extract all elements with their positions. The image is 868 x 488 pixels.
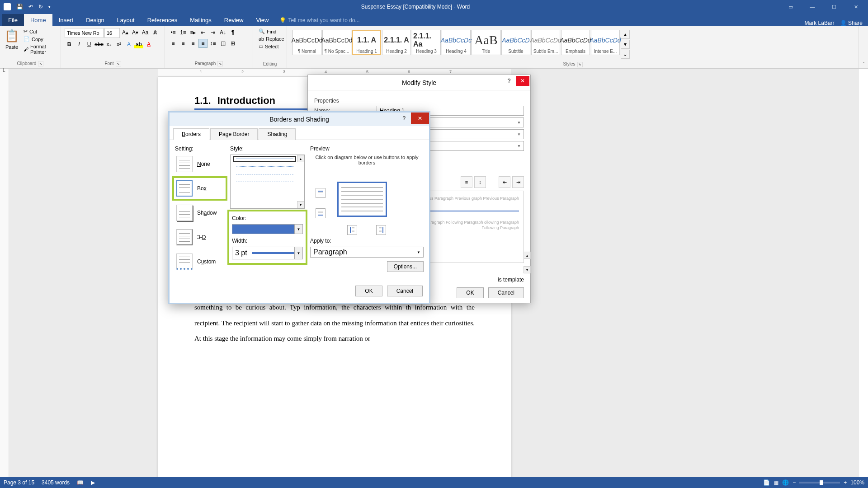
preview-scroll-up-icon[interactable]: ▴ — [524, 252, 531, 259]
tab-home[interactable]: Home — [24, 14, 52, 26]
border-left-button[interactable] — [347, 225, 357, 235]
setting-box[interactable]: Box — [175, 179, 225, 198]
font-size-combo[interactable]: 16 — [104, 28, 120, 38]
zoom-out-icon[interactable]: − — [793, 479, 796, 486]
tab-layout[interactable]: Layout — [111, 14, 141, 26]
bullets-icon[interactable]: •≡ — [169, 28, 178, 37]
borders-close-icon[interactable]: ✕ — [411, 113, 429, 124]
style-emphasis[interactable]: AaBbCcDdEmphasis — [561, 30, 590, 55]
subscript-button[interactable]: x₂ — [104, 40, 113, 49]
select-button[interactable]: ▭Select — [257, 43, 286, 50]
setting-3d[interactable]: 3-D — [175, 228, 225, 247]
style-heading3[interactable]: 2.1.1. AaHeading 3 — [412, 30, 441, 55]
border-right-button[interactable] — [376, 225, 386, 235]
style-list[interactable]: ▴ ▾ — [230, 155, 305, 209]
sort-icon[interactable]: A↓ — [218, 28, 227, 37]
borders-icon[interactable]: ⊞ — [228, 39, 237, 48]
numbering-icon[interactable]: 1≡ — [179, 28, 188, 37]
style-title[interactable]: AaBTitle — [472, 30, 500, 55]
shading-icon[interactable]: ◫ — [218, 39, 227, 48]
preview-paragraph[interactable] — [337, 182, 387, 217]
tab-mailings[interactable]: Mailings — [184, 14, 218, 26]
change-case-icon[interactable]: Aa — [141, 28, 150, 37]
user-name[interactable]: Mark LaBarr — [805, 20, 835, 26]
qat-redo-icon[interactable]: ↻ — [38, 4, 43, 10]
tab-references[interactable]: References — [141, 14, 184, 26]
style-no-spacing[interactable]: AaBbCcDd¶ No Spac... — [322, 30, 351, 55]
styles-more-icon[interactable]: ⌄ — [621, 50, 630, 59]
align-justify-btn[interactable]: ≡ — [461, 176, 472, 188]
modify-cancel-button[interactable]: Cancel — [488, 287, 524, 298]
superscript-button[interactable]: x² — [114, 40, 123, 49]
highlight-icon[interactable]: ab — [134, 40, 143, 49]
replace-button[interactable]: abReplace — [257, 36, 286, 42]
underline-button[interactable]: U — [85, 40, 94, 49]
copy-button[interactable]: 📄Copy — [22, 36, 57, 42]
tab-review[interactable]: Review — [218, 14, 250, 26]
format-painter-button[interactable]: 🖌Format Painter — [22, 43, 57, 55]
borders-ok-button[interactable]: OK — [355, 286, 382, 296]
cut-button[interactable]: ✂Cut — [22, 28, 57, 35]
tab-design[interactable]: Design — [80, 14, 110, 26]
tab-page-border[interactable]: Page Border — [210, 128, 258, 140]
style-dotted-line[interactable] — [236, 166, 293, 167]
decrease-indent-icon[interactable]: ⇤ — [198, 28, 208, 37]
show-marks-icon[interactable]: ¶ — [228, 28, 237, 37]
font-color-icon[interactable]: A — [144, 40, 153, 49]
style-scroll-up-icon[interactable]: ▴ — [297, 155, 304, 162]
print-layout-icon[interactable]: ▦ — [774, 479, 778, 486]
modify-style-close-icon[interactable]: ✕ — [516, 76, 529, 86]
justify-icon[interactable]: ≡ — [198, 39, 208, 48]
paste-button[interactable]: 📋 Paste — [4, 28, 20, 51]
increase-indent-btn[interactable]: ⇥ — [512, 176, 524, 188]
spellcheck-icon[interactable]: 📖 — [77, 479, 84, 486]
ribbon-display-icon[interactable]: ▭ — [780, 0, 801, 13]
font-launcher[interactable]: ⬊ — [116, 61, 121, 66]
setting-shadow[interactable]: Shadow — [175, 203, 225, 222]
setting-none[interactable]: None — [175, 155, 225, 174]
style-scroll-down-icon[interactable]: ▾ — [297, 201, 304, 208]
share-button[interactable]: 👤 Share — [840, 20, 863, 26]
find-button[interactable]: 🔍Find — [257, 28, 286, 35]
close-icon[interactable]: ✕ — [845, 0, 866, 13]
qat-save-icon[interactable]: 💾 — [16, 4, 23, 10]
body-paragraph[interactable]: something to be curious about. Typ infor… — [194, 300, 475, 347]
tab-file[interactable]: File — [2, 14, 24, 26]
multilevel-icon[interactable]: ≡▸ — [189, 28, 198, 37]
style-heading4[interactable]: AaBbCcDcHeading 4 — [442, 30, 471, 55]
style-normal[interactable]: AaBbCcDd¶ Normal — [292, 30, 321, 55]
paragraph-launcher[interactable]: ⬊ — [217, 61, 223, 66]
setting-custom[interactable]: Custom — [175, 252, 225, 271]
style-heading1[interactable]: 1.1. AHeading 1 — [352, 30, 381, 55]
maximize-icon[interactable]: ☐ — [824, 0, 844, 13]
color-combo[interactable]: ▼ — [232, 224, 303, 234]
style-dashed2-line[interactable] — [236, 182, 293, 182]
shrink-font-icon[interactable]: A▾ — [131, 28, 140, 37]
style-solid-line[interactable] — [236, 159, 293, 159]
modify-ok-button[interactable]: OK — [457, 287, 483, 298]
clipboard-launcher[interactable]: ⬊ — [38, 61, 43, 66]
bold-button[interactable]: B — [65, 40, 74, 49]
preview-scroll-down-icon[interactable]: ▾ — [524, 266, 531, 273]
zoom-level[interactable]: 100% — [850, 479, 864, 486]
style-intense-emphasis[interactable]: AaBbCcDdIntense E... — [591, 30, 620, 55]
font-name-combo[interactable]: Times New Ro — [65, 28, 104, 38]
style-heading2[interactable]: 2.1.1. AHeading 2 — [382, 30, 411, 55]
borders-help-icon[interactable]: ? — [397, 113, 411, 124]
read-mode-icon[interactable]: 📄 — [763, 479, 770, 486]
tab-insert[interactable]: Insert — [52, 14, 80, 26]
zoom-slider[interactable] — [799, 482, 840, 483]
align-right-icon[interactable]: ≡ — [189, 39, 198, 48]
line-spacing-btn[interactable]: ↕ — [474, 176, 486, 188]
options-button[interactable]: Options... — [387, 261, 424, 272]
width-combo[interactable]: 3 pt ▼ — [232, 247, 303, 259]
clear-format-icon[interactable]: A̷ — [151, 28, 160, 37]
tab-borders[interactable]: Borders — [173, 128, 209, 140]
styles-scroll-up-icon[interactable]: ▴ — [621, 30, 630, 39]
minimize-icon[interactable]: — — [802, 0, 823, 13]
borders-cancel-button[interactable]: Cancel — [387, 286, 423, 296]
decrease-indent-btn[interactable]: ⇤ — [499, 176, 510, 188]
modify-style-help-icon[interactable]: ? — [502, 76, 516, 86]
tab-view[interactable]: View — [250, 14, 275, 26]
border-top-button[interactable] — [316, 188, 326, 198]
